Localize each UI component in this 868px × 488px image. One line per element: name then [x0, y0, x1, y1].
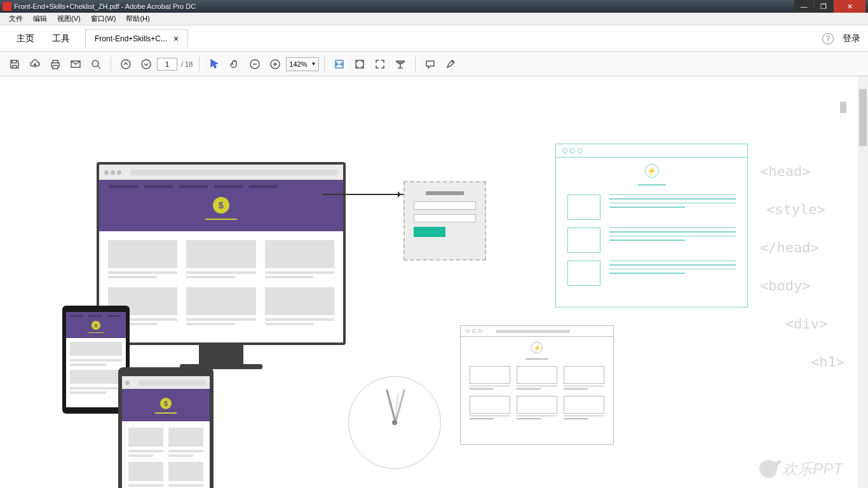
svg-point-2 — [142, 60, 151, 69]
fit-width-icon — [334, 58, 345, 70]
help-button[interactable]: ? — [822, 33, 834, 44]
menu-window[interactable]: 窗口(W) — [86, 13, 121, 25]
page-total: / 18 — [181, 60, 193, 68]
print-icon — [50, 58, 61, 70]
zoom-in-icon — [269, 58, 281, 70]
search-icon — [90, 58, 102, 70]
email-icon — [70, 58, 81, 70]
arrow-down-circle-icon — [140, 58, 152, 70]
maximize-button[interactable]: ❐ — [814, 0, 833, 13]
wechat-icon — [759, 460, 777, 478]
tab-home[interactable]: 主页 — [8, 29, 43, 48]
window-title: Front-End+Skills+Cheklist_ZH.pdf - Adobe… — [14, 3, 794, 10]
highlight-button[interactable] — [441, 55, 460, 73]
illustration-grey-wireframe: ⚡ — [460, 325, 614, 445]
toolbar-divider — [111, 57, 111, 72]
save-icon — [9, 58, 20, 70]
comment-icon — [424, 58, 436, 70]
window-close-button[interactable]: ✕ — [834, 0, 865, 13]
menu-edit[interactable]: 编辑 — [28, 13, 52, 25]
fullscreen-icon — [374, 58, 386, 70]
highlight-icon — [445, 58, 456, 70]
minimize-button[interactable]: — — [794, 0, 813, 13]
document-viewport[interactable]: $ — [0, 76, 868, 488]
pdf-page-content: $ — [0, 76, 858, 488]
menu-file[interactable]: 文件 — [4, 13, 28, 25]
search-button[interactable] — [86, 55, 105, 73]
fit-page-icon — [354, 58, 365, 70]
page-down-button[interactable] — [137, 55, 156, 73]
page-marker — [840, 102, 846, 113]
svg-point-0 — [92, 60, 98, 67]
menu-view[interactable]: 视图(V) — [52, 13, 86, 25]
illustration-code-tags: <head> <style> </head> <body> <div> <h1> — [760, 152, 844, 381]
save-button[interactable] — [5, 55, 24, 73]
comment-button[interactable] — [421, 55, 440, 73]
cloud-button[interactable] — [25, 55, 44, 73]
chevron-down-icon: ▼ — [311, 61, 316, 67]
email-button[interactable] — [66, 55, 85, 73]
zoom-out-icon — [249, 58, 261, 70]
hand-tool[interactable] — [225, 55, 244, 73]
read-mode-button[interactable] — [391, 55, 410, 73]
menu-help[interactable]: 帮助(H) — [121, 13, 154, 25]
zoom-value: 142% — [289, 60, 307, 68]
tab-row: 主页 工具 Front-End+Skills+C... × ? 登录 — [0, 25, 868, 52]
toolbar: / 18 142% ▼ — [0, 52, 868, 76]
illustration-phone-mockup: $ — [118, 367, 214, 488]
page-up-button[interactable] — [116, 55, 135, 73]
login-button[interactable]: 登录 — [843, 33, 860, 44]
document-tab[interactable]: Front-End+Skills+C... × — [85, 29, 188, 48]
cloud-upload-icon — [29, 58, 41, 70]
scroll-thumb[interactable] — [859, 89, 867, 146]
illustration-gauge — [348, 376, 441, 469]
window-titlebar: Front-End+Skills+Cheklist_ZH.pdf - Adobe… — [0, 0, 868, 13]
illustration-arrow — [322, 194, 403, 195]
toolbar-divider — [415, 57, 416, 72]
arrow-up-circle-icon — [120, 58, 132, 70]
zoom-select[interactable]: 142% ▼ — [286, 57, 319, 71]
watermark-text: 欢乐PPT — [782, 459, 843, 479]
vertical-scrollbar[interactable] — [858, 76, 868, 488]
illustration-form-box — [403, 181, 486, 261]
illustration-teal-wireframe: ⚡ — [555, 144, 748, 308]
fullscreen-button[interactable] — [370, 55, 390, 73]
page-number-input[interactable] — [157, 58, 177, 71]
pointer-icon — [208, 58, 220, 70]
fit-page-button[interactable] — [350, 55, 369, 73]
toolbar-divider — [324, 57, 325, 72]
hand-icon — [229, 58, 240, 70]
print-button[interactable] — [46, 55, 65, 73]
toolbar-divider — [199, 57, 200, 72]
illustration-desktop-mockup: $ — [97, 162, 346, 369]
fit-width-button[interactable] — [330, 55, 349, 73]
zoom-out-button[interactable] — [245, 55, 264, 73]
app-icon — [3, 2, 11, 11]
read-mode-icon — [395, 58, 406, 70]
document-tab-label: Front-End+Skills+C... — [95, 34, 167, 43]
pointer-tool[interactable] — [205, 55, 224, 73]
zoom-in-button[interactable] — [266, 55, 285, 73]
document-tab-close[interactable]: × — [173, 34, 179, 44]
watermark: 欢乐PPT — [759, 459, 843, 479]
menu-bar: 文件 编辑 视图(V) 窗口(W) 帮助(H) — [0, 13, 868, 25]
tab-tools[interactable]: 工具 — [43, 29, 79, 48]
svg-point-1 — [121, 60, 130, 69]
